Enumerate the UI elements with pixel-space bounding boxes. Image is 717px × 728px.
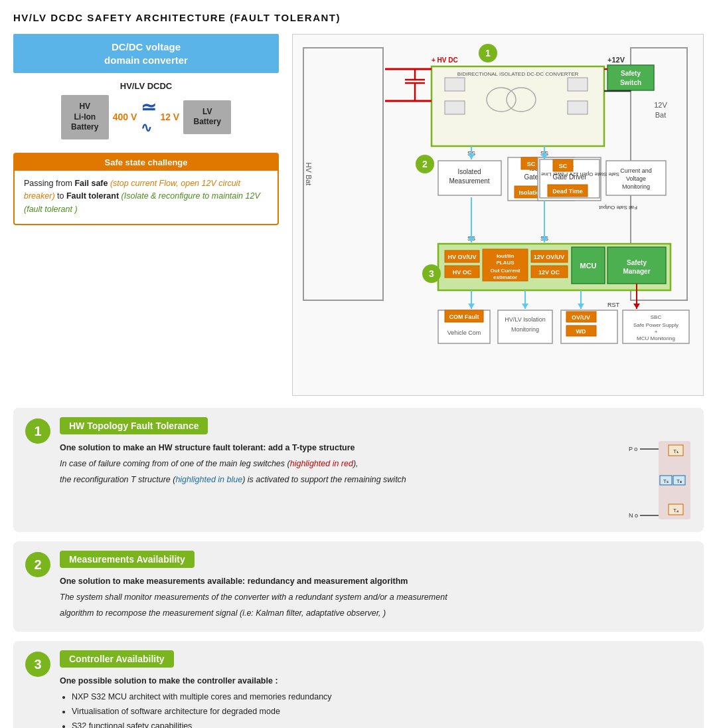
svg-marker-108 xyxy=(468,304,475,309)
svg-text:OV/UV: OV/UV xyxy=(572,314,590,321)
section-1-header: HW Topology Fault Tolerance xyxy=(60,417,208,434)
section-3-content: Controller Availability One possible sol… xyxy=(60,650,692,728)
section-3-header: Controller Availability xyxy=(60,650,174,668)
section-2-content: Measurements Availability One solution t… xyxy=(60,551,692,622)
svg-text:T₁: T₁ xyxy=(673,448,678,454)
converter-symbol: ≃∿ xyxy=(141,98,156,136)
svg-text:Safety: Safety xyxy=(621,70,641,77)
to-text: to xyxy=(57,191,66,201)
svg-text:MCU Monitoring: MCU Monitoring xyxy=(637,335,675,341)
svg-text:estimator: estimator xyxy=(493,274,517,280)
section-2-body: One solution to make measurements availa… xyxy=(60,575,692,620)
svg-text:Fail Safe Output: Fail Safe Output xyxy=(598,205,637,211)
section-2-bold: One solution to make measurements availa… xyxy=(60,577,408,586)
hv-battery-block: HVLi-IonBattery xyxy=(61,95,109,139)
lv-voltage: 12 V xyxy=(160,112,179,122)
arch-svg: HV Bat 12V Bat 1 + HV DC +12V Safety Swi… xyxy=(299,41,696,387)
svg-text:Vehicle Com: Vehicle Com xyxy=(447,329,481,336)
svg-text:Bat: Bat xyxy=(655,111,667,119)
svg-text:Dead Time: Dead Time xyxy=(552,188,582,195)
svg-marker-100 xyxy=(468,154,475,159)
svg-text:Isolated: Isolated xyxy=(457,168,481,175)
section-3-body: One possible solution to make the contro… xyxy=(60,674,692,728)
section-3-bullet-2: Virtualisation of software architecture … xyxy=(72,705,692,718)
section-2-card: 2 Measurements Availability One solution… xyxy=(13,541,704,632)
svg-rect-27 xyxy=(568,78,588,91)
svg-rect-0 xyxy=(303,48,383,300)
svg-marker-110 xyxy=(522,304,528,309)
svg-text:+ HV DC: + HV DC xyxy=(432,56,458,64)
svg-text:12V: 12V xyxy=(654,101,667,109)
svg-text:Manager: Manager xyxy=(623,268,650,275)
svg-marker-114 xyxy=(633,304,640,309)
svg-text:COM Fault: COM Fault xyxy=(449,314,479,320)
svg-text:Safety: Safety xyxy=(627,259,647,266)
svg-text:T₃: T₃ xyxy=(677,478,682,484)
architecture-diagram: HV Bat 12V Bat 1 + HV DC +12V Safety Swi… xyxy=(292,34,704,396)
svg-text:Current and: Current and xyxy=(620,167,652,174)
section-1-number: 1 xyxy=(25,418,50,444)
section-3-bullet-1: NXP S32 MCU architect with multiple core… xyxy=(72,690,692,703)
svg-rect-28 xyxy=(568,101,588,114)
section-2-italic1: The system shall monitor measurements of… xyxy=(60,592,447,602)
svg-text:1: 1 xyxy=(485,48,491,58)
hv-voltage: 400 V xyxy=(113,112,137,122)
section-2-header: Measurements Availability xyxy=(60,551,195,568)
section-3-number: 3 xyxy=(25,652,50,677)
safe-state-text: Passing from Fail safe (stop current Flo… xyxy=(24,177,268,216)
svg-text:3: 3 xyxy=(429,268,434,279)
section-1-line2: the reconfiguration T structure (highlig… xyxy=(60,475,406,484)
section-3-bold: One possible solution to make the contro… xyxy=(60,676,278,685)
svg-text:PLAUS: PLAUS xyxy=(496,260,515,266)
left-panel: DC/DC voltagedomain converter HV/LV DCDC… xyxy=(13,34,279,396)
section-1-body: One solution to make an HW structure fau… xyxy=(60,441,615,486)
section-1-bold: One solution to make an HW structure fau… xyxy=(60,443,355,452)
svg-text:12V OC: 12V OC xyxy=(538,269,560,276)
svg-text:SBC: SBC xyxy=(651,314,662,320)
section-1-highlight2: highlighted in blue xyxy=(175,475,242,484)
svg-text:+: + xyxy=(655,329,658,335)
svg-text:T₂: T₂ xyxy=(663,478,669,484)
svg-text:Voltage: Voltage xyxy=(626,175,646,182)
svg-text:N o: N o xyxy=(629,512,638,519)
top-section: DC/DC voltagedomain converter HV/LV DCDC… xyxy=(13,34,704,396)
svg-text:Monitoring: Monitoring xyxy=(622,183,650,190)
svg-text:Safe Power Supply: Safe Power Supply xyxy=(633,322,678,328)
svg-text:BIDIRECTIONAL ISOLATED DC-DC C: BIDIRECTIONAL ISOLATED DC-DC CONVERTER xyxy=(457,71,579,77)
svg-text:HV Bat: HV Bat xyxy=(305,163,313,186)
svg-text:P o: P o xyxy=(629,446,637,452)
section-1-card: 1 HW Topology Fault Tolerance One soluti… xyxy=(13,408,704,532)
svg-text:HV OC: HV OC xyxy=(453,269,472,276)
svg-text:SC: SC xyxy=(527,161,536,167)
t-structure-diagram: P o T₁ T₂ T₃ T₄ N o xyxy=(625,441,692,523)
section-2-number: 2 xyxy=(25,552,50,577)
svg-rect-9 xyxy=(607,65,654,90)
svg-text:12V OV/UV: 12V OV/UV xyxy=(534,254,565,260)
section-1-content: HW Topology Fault Tolerance One solution… xyxy=(60,417,692,523)
svg-text:MCU: MCU xyxy=(580,262,596,270)
lv-arrow: 12 V xyxy=(160,112,179,122)
svg-text:Iout/Iin: Iout/Iin xyxy=(497,253,514,259)
section-2-italic2: algorithm to recompose the measurement s… xyxy=(60,608,386,618)
section-1-inner: One solution to make an HW structure fau… xyxy=(60,441,692,523)
section-1-text: One solution to make an HW structure fau… xyxy=(60,441,615,489)
svg-rect-25 xyxy=(445,78,465,91)
section-3-bullet-3: S32 functional safety capabilities xyxy=(72,719,692,728)
svg-marker-112 xyxy=(578,304,584,309)
safe-state-box: Safe state challenge Passing from Fail s… xyxy=(13,153,279,225)
svg-text:Measurement: Measurement xyxy=(449,177,489,185)
svg-text:HV/LV Isolation: HV/LV Isolation xyxy=(505,316,545,323)
svg-text:T₄: T₄ xyxy=(673,507,678,513)
svg-text:Switch: Switch xyxy=(620,79,641,86)
svg-text:2: 2 xyxy=(422,159,428,169)
svg-text:SC: SC xyxy=(559,163,568,169)
page-title: HV/LV DCDC SAFETY ARCHITECTURE (FAULT TO… xyxy=(13,12,704,23)
lv-battery-block: LVBattery xyxy=(183,100,231,134)
svg-text:Monitoring: Monitoring xyxy=(511,326,539,333)
svg-text:WD: WD xyxy=(576,328,586,335)
svg-text:RST: RST xyxy=(607,302,620,308)
svg-text:Safe State Open 12V Power Line: Safe State Open 12V Power Line xyxy=(541,171,619,177)
converter-diagram: HVLi-IonBattery 400 V ≃∿ 12 V LVBattery xyxy=(13,95,279,139)
svg-text:HV OV/UV: HV OV/UV xyxy=(447,254,476,260)
svg-text:Out Current: Out Current xyxy=(491,268,520,274)
